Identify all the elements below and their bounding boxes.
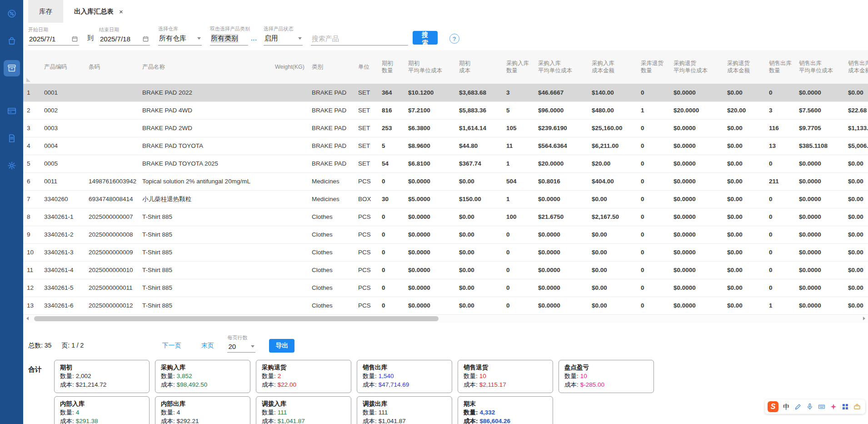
help-icon[interactable]: ? <box>449 34 459 44</box>
keyboard-icon[interactable] <box>818 403 825 410</box>
summary-card-row: 期初数量:2,002成本:$21,214.72采购入库数量:3,852成本:$9… <box>54 360 654 393</box>
app-grid-icon[interactable] <box>842 403 849 410</box>
cell-purchase-return-qty: 0 <box>637 119 670 137</box>
row-number-cell: 5 <box>23 155 40 172</box>
calendar-icon[interactable] <box>71 35 78 42</box>
cell-opening-avg-cost: $0.0000 <box>404 279 455 297</box>
cell-purchase-in-amount: $2,167.50 <box>588 208 637 226</box>
cell-unit: SET <box>354 119 378 137</box>
inventory-boxes-icon[interactable] <box>4 60 20 76</box>
shopping-bag-icon[interactable] <box>4 33 20 49</box>
product-search-input[interactable] <box>311 34 408 45</box>
document-icon[interactable] <box>4 130 20 146</box>
tab-inventory[interactable]: 库存 <box>28 0 63 23</box>
end-date-label: 结束日期 <box>99 26 150 33</box>
table-row[interactable]: 93340261-22025000000008T-Shirt 885Clothe… <box>23 226 868 243</box>
export-button[interactable]: 导出 <box>269 339 294 353</box>
warehouse-label: 选择仓库 <box>158 25 202 32</box>
category-more-button[interactable]: ... <box>250 35 257 45</box>
table-row[interactable]: 40004BRAKE PAD TOYOTABRAKE PADSET5$8.960… <box>23 137 868 155</box>
scroll-right-arrow[interactable] <box>860 315 868 323</box>
lang-indicator[interactable]: 中 <box>783 403 790 411</box>
cell-product-name: BRAKE PAD 2WD <box>139 119 254 137</box>
cell-weight <box>254 84 308 101</box>
toolbox-icon[interactable] <box>853 403 861 410</box>
scrollbar-track[interactable] <box>31 315 860 323</box>
cell-product-name: T-Shirt 885 <box>139 279 254 297</box>
summary-card: 期末数量:4,332成本:$86,604.26 <box>458 396 553 424</box>
end-date-field[interactable]: 结束日期 2025/7/18 <box>99 26 150 45</box>
cell-sales-out-amount: $0.00 <box>844 226 868 243</box>
calendar-icon[interactable] <box>142 35 149 42</box>
table-row[interactable]: 10001BRAKE PAD 2022BRAKE PADSET364$10.12… <box>23 84 868 101</box>
table-row[interactable]: 50005BRAKE PAD TOYOTA 2025BRAKE PADSET54… <box>23 155 868 172</box>
table-row[interactable]: 30003BRAKE PAD 2WDBRAKE PADSET253$6.3800… <box>23 119 868 137</box>
status-value[interactable]: 启用 <box>264 34 278 43</box>
cell-sales-out-qty: 0 <box>765 261 795 279</box>
rows-per-page-select[interactable]: 每页行数 20 <box>227 334 255 353</box>
table-row[interactable]: 133340261-62025000000012T-Shirt 885Cloth… <box>23 297 868 314</box>
horizontal-scrollbar[interactable] <box>23 315 868 323</box>
scroll-left-arrow[interactable] <box>23 315 31 323</box>
cell-opening-cost: $0.00 <box>455 208 503 226</box>
percent-badge-icon[interactable] <box>4 5 20 22</box>
table-row[interactable]: 6001114987616003942Topical solution 2% a… <box>23 172 868 190</box>
last-page-link[interactable]: 末页 <box>201 342 214 353</box>
cell-sales-out-amount: $0.00 <box>844 172 868 190</box>
sogou-logo[interactable]: S <box>768 401 778 412</box>
cell-purchase-return-avg-cost: $0.0000 <box>670 261 723 279</box>
rows-per-page-value[interactable]: 20 <box>228 343 236 350</box>
summary-card: 内部入库数量:4成本:$291.38 <box>54 396 150 424</box>
main-content: 库存出入库汇总表× 开始日期 2025/7/1 到 结束日期 2025/7/18… <box>23 0 868 424</box>
cell-opening-cost: $5,883.36 <box>455 101 503 119</box>
handwriting-pen-icon[interactable] <box>794 403 802 410</box>
category-value[interactable]: 所有类别 <box>211 34 238 43</box>
card-display-icon[interactable] <box>4 103 20 119</box>
cell-barcode <box>85 137 139 155</box>
warehouse-select[interactable]: 选择仓库 所有仓库 <box>158 25 202 45</box>
search-button[interactable]: 搜索 <box>413 31 438 45</box>
row-number-cell: 10 <box>23 243 40 261</box>
cell-purchase-return-amount: $0.00 <box>723 137 765 155</box>
next-page-link[interactable]: 下一页 <box>162 342 181 353</box>
warehouse-value[interactable]: 所有仓库 <box>159 34 186 43</box>
table-row[interactable]: 733402606934748008414小儿柴桂退热颗粒MedicinesBO… <box>23 190 868 208</box>
close-icon[interactable]: × <box>119 8 123 15</box>
cell-product-name: T-Shirt 885 <box>139 226 254 243</box>
start-date-value[interactable]: 2025/7/1 <box>29 35 55 43</box>
cell-purchase-return-qty: 0 <box>637 84 670 101</box>
cell-product-code: 3340261-6 <box>40 297 85 314</box>
end-date-value[interactable]: 2025/7/18 <box>100 35 130 43</box>
cell-sales-out-avg-cost: $7.5600 <box>795 101 844 119</box>
category-select[interactable]: 双击选择产品类别 所有类别 <box>210 25 248 45</box>
col-product-code: 产品编码 <box>40 50 85 84</box>
cell-sales-out-qty: 0 <box>765 279 795 297</box>
start-date-field[interactable]: 开始日期 2025/7/1 <box>28 26 79 45</box>
date-range-to-label: 到 <box>87 34 95 45</box>
scrollbar-thumb[interactable] <box>34 316 439 321</box>
microphone-icon[interactable] <box>806 403 813 410</box>
table-row[interactable]: 20002BRAKE PAD 4WDBRAKE PADSET816$7.2100… <box>23 101 868 119</box>
cell-purchase-in-amount: $20.00 <box>588 155 637 172</box>
table-row[interactable]: 103340261-32025000000009T-Shirt 885Cloth… <box>23 243 868 261</box>
row-number-cell: 1 <box>23 84 40 101</box>
tab-inout-summary[interactable]: 出入库汇总表× <box>63 0 134 23</box>
table-row[interactable]: 83340261-12025000000007T-Shirt 885Clothe… <box>23 208 868 226</box>
cell-opening-avg-cost: $5.0000 <box>404 190 455 208</box>
cell-weight <box>254 155 308 172</box>
cell-purchase-in-avg-cost: $96.0000 <box>534 101 588 119</box>
cell-sales-out-amount: $0.00 <box>844 261 868 279</box>
cell-opening-qty: 54 <box>378 155 404 172</box>
emoji-sparkle-icon[interactable] <box>830 403 837 410</box>
status-select[interactable]: 选择产品状态 启用 <box>264 25 303 45</box>
gear-icon[interactable] <box>4 157 20 174</box>
col-sales-out-amount: 销售出库成本金额 <box>844 50 868 84</box>
cell-category: Clothes <box>308 261 354 279</box>
cell-purchase-return-avg-cost: $0.0000 <box>670 119 723 137</box>
cell-purchase-in-amount: $0.00 <box>588 243 637 261</box>
table-row[interactable]: 113340261-42025000000010T-Shirt 885Cloth… <box>23 261 868 279</box>
rows-per-page-label: 每页行数 <box>227 334 255 341</box>
summary-cost-line: 成本:$292.21 <box>161 417 244 424</box>
table-row[interactable]: 123340261-52025000000011T-Shirt 885Cloth… <box>23 279 868 297</box>
cell-purchase-in-amount: $0.00 <box>588 190 637 208</box>
